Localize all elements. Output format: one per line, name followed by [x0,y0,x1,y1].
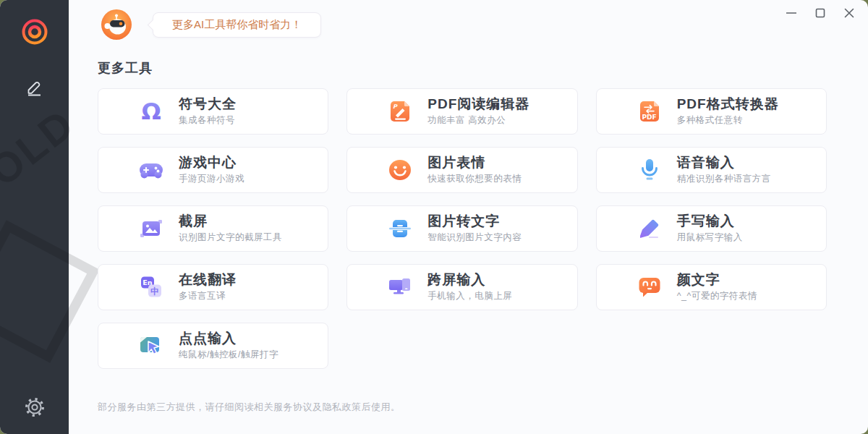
microphone-icon [637,157,663,183]
minimize-button[interactable] [784,7,799,22]
tool-subtitle: 功能丰富 高效办公 [427,114,529,127]
tool-title: 在线翻译 [179,272,237,288]
tool-card[interactable]: 点点输入 纯鼠标/触控板/触屏打字 [98,323,328,369]
pdf-convert-icon: PDF [637,98,663,124]
tool-title: 图片转文字 [427,213,522,229]
tool-subtitle: 手机输入，电脑上屏 [427,290,512,302]
tool-title: 游戏中心 [179,155,244,171]
header: 更多AI工具帮你省时省力！ [98,0,868,41]
tool-title: 截屏 [179,213,282,229]
tool-card[interactable]: PDF PDF格式转换器 多种格式任意转 [596,88,827,135]
svg-text:Ω: Ω [141,98,161,124]
tool-title: 跨屏输入 [427,272,512,288]
tool-subtitle: 纯鼠标/触控板/触屏打字 [179,349,278,361]
omega-icon: Ω [138,98,164,124]
tool-subtitle: 集成各种符号 [179,114,237,127]
tool-title: 语音输入 [677,155,771,171]
tool-card[interactable]: En中 在线翻译 多语言互译 [98,264,328,310]
close-button[interactable] [842,7,856,22]
tool-card[interactable]: 图片转文字 智能识别图片文字内容 [346,205,577,252]
smiley-icon [387,157,413,183]
tool-title: 图片表情 [427,155,522,171]
promo-bubble: 更多AI工具帮你省时省力！ [153,12,321,38]
tool-card[interactable]: 截屏 识别图片文字的截屏工具 [98,205,328,252]
robot-mascot-icon[interactable] [101,9,132,41]
tool-subtitle: 快速获取你想要的表情 [427,173,522,185]
sidebar: OLD [0,0,69,434]
pointer-icon [138,333,164,359]
ocr-icon [387,216,413,242]
pdf-edit-icon: P [387,98,413,124]
translate-icon: En中 [138,274,164,300]
tool-subtitle: 识别图片文字的截屏工具 [179,231,282,244]
footer-disclaimer: 部分服务由第三方提供，请仔细阅读相关服务协议及隐私政策后使用。 [98,401,401,414]
tool-title: 符号大全 [179,96,237,112]
tool-subtitle: 用鼠标写字输入 [677,231,743,244]
minimize-icon [784,6,799,23]
tool-card[interactable]: Ω 符号大全 集成各种符号 [98,88,328,135]
tool-subtitle: 多语言互译 [179,290,237,302]
tool-title: 点点输入 [179,331,278,346]
tool-title: PDF阅读编辑器 [427,96,529,112]
tool-subtitle: 多种格式任意转 [677,114,779,127]
app-window: OLD 更多AI工具帮你省时省力！ 更多工具 Ω 符号大全 集成各种符号 P P… [0,0,868,434]
tool-card[interactable]: 跨屏输入 手机输入，电脑上屏 [346,264,577,310]
tool-title: 手写输入 [677,213,743,229]
target-logo-icon[interactable] [20,17,49,46]
gamepad-icon [138,157,164,183]
tool-subtitle: 精准识别各种语言方言 [677,173,771,185]
cross-screen-icon [387,274,413,300]
screenshot-icon [138,216,164,242]
tool-card[interactable]: P PDF阅读编辑器 功能丰富 高效办公 [346,88,577,135]
kaomoji-icon [637,274,663,300]
tool-subtitle: ^_^可爱的字符表情 [677,290,757,302]
pen-icon[interactable] [25,77,45,97]
tool-subtitle: 手游页游小游戏 [179,173,244,185]
tool-subtitle: 智能识别图片文字内容 [427,231,522,244]
maximize-button[interactable] [813,7,827,22]
svg-text:PDF: PDF [642,114,656,121]
gear-icon[interactable] [24,396,46,418]
tool-card[interactable]: 语音输入 精准识别各种语言方言 [596,147,827,193]
window-controls [784,7,856,22]
tool-card[interactable]: 颜文字 ^_^可爱的字符表情 [596,264,827,310]
section-title: 更多工具 [98,59,868,77]
tool-title: 颜文字 [677,272,757,288]
maximize-icon [813,6,827,23]
close-icon [842,6,856,23]
svg-text:中: 中 [150,286,159,297]
handwriting-pen-icon [637,216,663,242]
tool-card[interactable]: 游戏中心 手游页游小游戏 [98,147,328,193]
main-content: 更多AI工具帮你省时省力！ 更多工具 Ω 符号大全 集成各种符号 P PDF阅读… [69,0,868,434]
tool-card[interactable]: 图片表情 快速获取你想要的表情 [346,147,577,193]
tools-grid: Ω 符号大全 集成各种符号 P PDF阅读编辑器 功能丰富 高效办公 PDF P… [98,88,827,369]
tool-title: PDF格式转换器 [677,96,779,112]
tool-card[interactable]: 手写输入 用鼠标写字输入 [596,205,827,252]
